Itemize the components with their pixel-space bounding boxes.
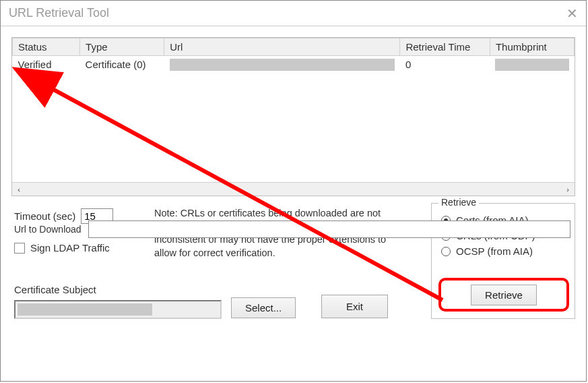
- results-table[interactable]: Status Type Url Retrieval Time Thumbprin…: [12, 38, 575, 76]
- cell-thumbprint: [490, 56, 574, 76]
- cell-url: [164, 56, 400, 76]
- titlebar: URL Retrieval Tool ✕: [1, 1, 586, 26]
- results-table-container: Status Type Url Retrieval Time Thumbprin…: [11, 37, 575, 196]
- close-icon[interactable]: ✕: [566, 5, 578, 22]
- scroll-left-icon[interactable]: ‹: [12, 183, 26, 196]
- window-title: URL Retrieval Tool: [9, 6, 109, 20]
- url-download-label: Url to Download: [14, 224, 81, 235]
- window-frame: URL Retrieval Tool ✕ Status Type Url Re: [0, 0, 587, 382]
- radio-ocsp-aia[interactable]: OCSP (from AIA): [441, 245, 565, 257]
- redacted-url: [170, 59, 395, 71]
- radio-icon: [441, 247, 451, 256]
- column-thumbprint[interactable]: Thumbprint: [490, 38, 574, 56]
- redacted-thumbprint: [495, 59, 568, 71]
- column-type[interactable]: Type: [80, 38, 164, 56]
- cell-retrieval-time: 0: [400, 56, 490, 76]
- select-button[interactable]: Select...: [231, 297, 296, 318]
- horizontal-scrollbar[interactable]: ‹ ›: [12, 182, 575, 196]
- url-download-input[interactable]: [88, 220, 570, 238]
- cert-subject-input[interactable]: [14, 300, 222, 319]
- exit-button[interactable]: Exit: [321, 295, 388, 318]
- radio-label: OCSP (from AIA): [456, 245, 533, 257]
- retrieve-button[interactable]: Retrieve: [471, 285, 537, 305]
- cert-subject-label: Certificate Subject: [14, 284, 96, 295]
- cell-type: Certificate (0): [80, 56, 164, 76]
- column-status[interactable]: Status: [13, 38, 80, 56]
- scroll-right-icon[interactable]: ›: [561, 183, 575, 196]
- column-url[interactable]: Url: [164, 38, 400, 56]
- sign-ldap-checkbox[interactable]: [14, 243, 25, 254]
- status-verified-cell: Verified: [13, 56, 80, 76]
- retrieve-button-highlight: Retrieve: [438, 278, 569, 312]
- retrieve-legend: Retrieve: [438, 197, 479, 208]
- redacted-cert-subject: [18, 303, 152, 316]
- content-area: Status Type Url Retrieval Time Thumbprin…: [1, 26, 586, 219]
- results-table-body: Status Type Url Retrieval Time Thumbprin…: [12, 38, 575, 182]
- table-row[interactable]: Verified Certificate (0) 0: [13, 56, 575, 76]
- url-download-row: Url to Download: [14, 220, 570, 238]
- scroll-track[interactable]: [26, 183, 561, 196]
- sign-ldap-row: Sign LDAP Traffic: [14, 242, 110, 254]
- column-retrieval-time[interactable]: Retrieval Time: [400, 38, 490, 56]
- sign-ldap-label: Sign LDAP Traffic: [30, 242, 110, 254]
